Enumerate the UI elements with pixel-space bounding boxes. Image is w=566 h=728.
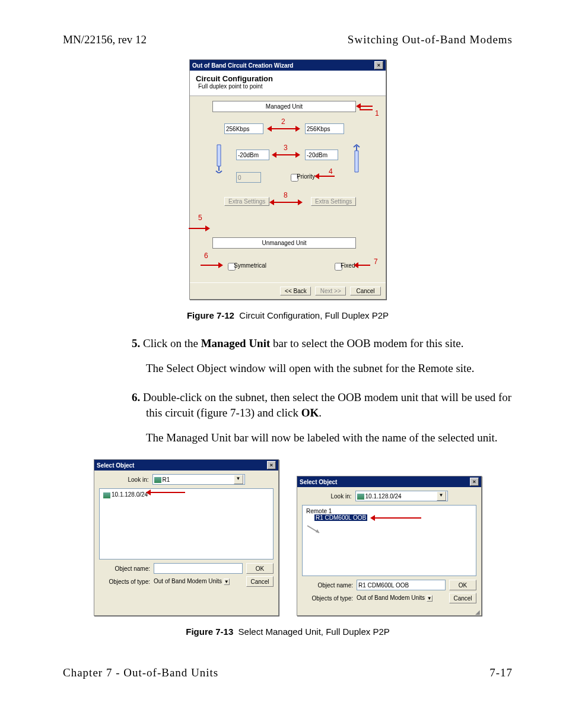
callout-arrow-6 — [201, 265, 220, 266]
select-object-titlebar-right: Select Object × — [297, 476, 481, 487]
lookin-value-left: R1 — [163, 476, 170, 483]
callout-arrow-8 — [273, 202, 299, 203]
close-icon[interactable]: × — [470, 478, 479, 486]
resize-grip-icon[interactable]: ◢ — [297, 611, 481, 615]
objects-type-value-right: Out of Band Modem Units — [357, 595, 425, 601]
power-right-input[interactable] — [305, 150, 338, 160]
select-object-titlebar-left: Select Object × — [94, 460, 278, 471]
callout-arrow — [150, 492, 185, 493]
power-left-input[interactable] — [236, 150, 269, 160]
callout-6: 6 — [204, 252, 208, 260]
callout-arrow-2 — [271, 128, 297, 129]
figure-7-12-text: Circuit Configuration, Full Duplex P2P — [239, 310, 389, 320]
connector-arrow-icon — [306, 524, 324, 536]
ok-button-right[interactable]: OK — [449, 580, 476, 590]
lookin-combo-left[interactable]: R1 ▼ — [152, 474, 245, 485]
callout-1: 1 — [375, 109, 379, 117]
tree-child-label: R1 CDM600L OOB — [314, 514, 367, 521]
lookin-label-right: Look in: — [330, 493, 351, 500]
step-5-follow: The Select Object window will open with … — [63, 361, 513, 376]
next-button[interactable]: Next >> — [315, 287, 346, 295]
callout-arrow-7 — [357, 265, 370, 266]
wizard-subtitle: Full duplex point to point — [198, 83, 380, 90]
data-rate-right-input[interactable] — [305, 123, 344, 134]
step-6-text-a: Double-click on the subnet, then select … — [143, 391, 511, 419]
page-number: 7-17 — [489, 666, 513, 679]
step-5-bold: Managed Unit — [201, 337, 271, 349]
object-list-left[interactable]: 10.1.128.0/24 — [99, 488, 274, 559]
callout-8: 8 — [284, 191, 288, 199]
objects-type-combo-right[interactable]: Out of Band Modem Units ▼ — [357, 595, 446, 602]
objects-type-combo-left[interactable]: Out of Band Modem Units ▼ — [154, 578, 243, 586]
cancel-button-left[interactable]: Cancel — [246, 576, 274, 587]
lookin-row-right: Look in: 10.1.128.0/24 ▼ — [297, 487, 481, 505]
select-object-dialog-left: Select Object × Look in: R1 ▼ 10.1.128.0… — [94, 459, 279, 616]
object-name-label-right: Object name: — [302, 582, 353, 589]
tree-parent-label: Remote 1 — [306, 508, 332, 514]
section-title: Switching Out-of-Band Modems — [348, 33, 513, 46]
chevron-down-icon[interactable]: ▼ — [427, 595, 433, 602]
back-button[interactable]: << Back — [280, 287, 311, 295]
callout-arrow-3 — [275, 154, 297, 155]
object-name-label-left: Object name: — [99, 565, 150, 572]
cancel-button-right[interactable]: Cancel — [449, 593, 476, 603]
folder-icon — [154, 477, 161, 483]
object-list-right[interactable]: Remote 1 R1 CDM600L OOB — [302, 505, 476, 576]
callout-4: 4 — [329, 167, 333, 176]
symmetrical-label: Symmetrical — [234, 262, 266, 269]
running-header: MN/22156, rev 12 Switching Out-of-Band M… — [63, 33, 513, 46]
unmanaged-unit-bar[interactable]: Unmanaged Unit — [212, 237, 356, 249]
wizard-header: Circuit Configuration Full duplex point … — [190, 71, 386, 96]
cancel-button[interactable]: Cancel — [350, 287, 381, 295]
network-icon — [357, 494, 364, 500]
wizard-title: Circuit Configuration — [196, 74, 380, 83]
callout-arrow — [374, 517, 421, 519]
priority-value-input — [236, 172, 261, 183]
extra-settings-right-button[interactable]: Extra Settings — [311, 197, 356, 206]
chevron-down-icon[interactable]: ▼ — [234, 475, 243, 484]
figure-7-13-label: Figure 7-13 — [186, 627, 233, 637]
running-footer: Chapter 7 - Out-of-Band Units 7-17 — [63, 666, 513, 679]
extra-settings-left-button[interactable]: Extra Settings — [224, 197, 269, 206]
priority-label: Priority — [297, 173, 315, 180]
data-rate-left-input[interactable] — [224, 123, 263, 134]
step-5-text-b: bar to select the OOB modem for this sit… — [270, 337, 463, 349]
wizard-body: Managed Unit Priority Extra Settings Ext… — [190, 96, 386, 282]
figure-7-13-group: Select Object × Look in: R1 ▼ 10.1.128.0… — [63, 459, 513, 616]
wizard-footer: << Back Next >> Cancel — [190, 282, 386, 299]
close-icon[interactable]: × — [267, 461, 276, 469]
fixed-label: Fixed — [341, 262, 355, 269]
callout-arrow-1 — [360, 106, 373, 107]
list-item[interactable]: 10.1.128.0/24 — [103, 491, 269, 498]
lookin-combo-right[interactable]: 10.1.128.0/24 ▼ — [355, 491, 448, 501]
figure-7-12-caption: Figure 7-12 Circuit Configuration, Full … — [63, 310, 513, 320]
circuit-config-dialog: Out of Band Circuit Creation Wizard × Ci… — [189, 59, 386, 300]
select-object-title-right: Select Object — [300, 479, 337, 485]
antenna-left-down-icon — [214, 144, 224, 173]
figure-7-12-label: Figure 7-12 — [187, 310, 234, 320]
objects-type-value-left: Out of Band Modem Units — [154, 578, 222, 584]
close-icon[interactable]: × — [374, 61, 383, 69]
list-item-label: 10.1.128.0/24 — [112, 491, 148, 498]
step-6-follow: The Managed Unit bar will now be labeled… — [63, 430, 513, 446]
callout-7: 7 — [374, 257, 378, 266]
callout-arrow-1b — [360, 109, 373, 110]
chevron-down-icon[interactable]: ▼ — [437, 491, 446, 501]
step-6: 6. Double-click on the subnet, then sele… — [63, 390, 513, 420]
object-name-input-left[interactable] — [154, 563, 243, 574]
dialog-titlebar: Out of Band Circuit Creation Wizard × — [190, 60, 386, 71]
ok-button-left[interactable]: OK — [246, 563, 274, 574]
select-object-title-left: Select Object — [97, 462, 134, 469]
chevron-down-icon[interactable]: ▼ — [224, 578, 230, 585]
callout-5: 5 — [198, 214, 202, 222]
object-name-input-right[interactable] — [357, 580, 446, 590]
tree-parent[interactable]: Remote 1 — [306, 508, 472, 514]
callout-arrow-4 — [318, 176, 335, 177]
step-5-text-a: Click on the — [143, 337, 201, 349]
doc-id: MN/22156, rev 12 — [63, 33, 147, 46]
chapter-label: Chapter 7 - Out-of-Band Units — [63, 666, 218, 679]
objects-type-label-right: Objects of type: — [302, 595, 353, 602]
bottom-rows-left: Object name: OK Objects of type: Out of … — [94, 559, 278, 594]
lookin-value-right: 10.1.128.0/24 — [365, 493, 402, 500]
managed-unit-bar[interactable]: Managed Unit — [212, 101, 356, 112]
